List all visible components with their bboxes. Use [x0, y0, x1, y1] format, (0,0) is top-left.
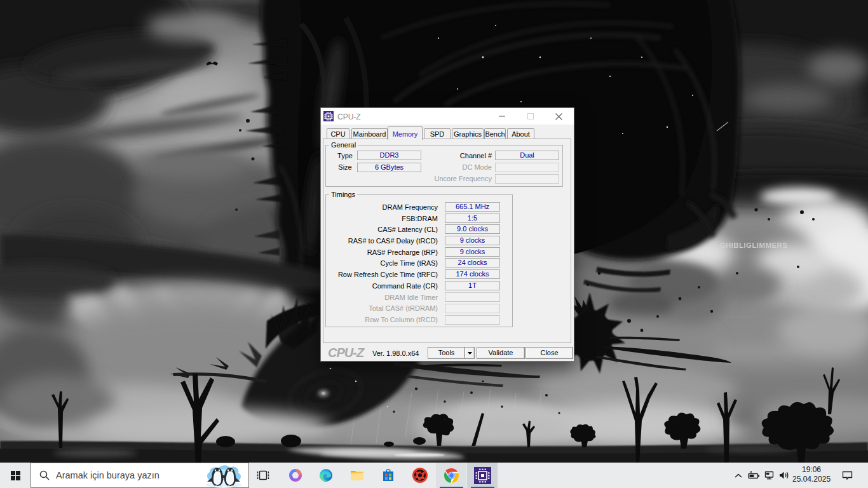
svg-text:GHIBLIGLIMMERS: GHIBLIGLIMMERS — [720, 241, 788, 249]
